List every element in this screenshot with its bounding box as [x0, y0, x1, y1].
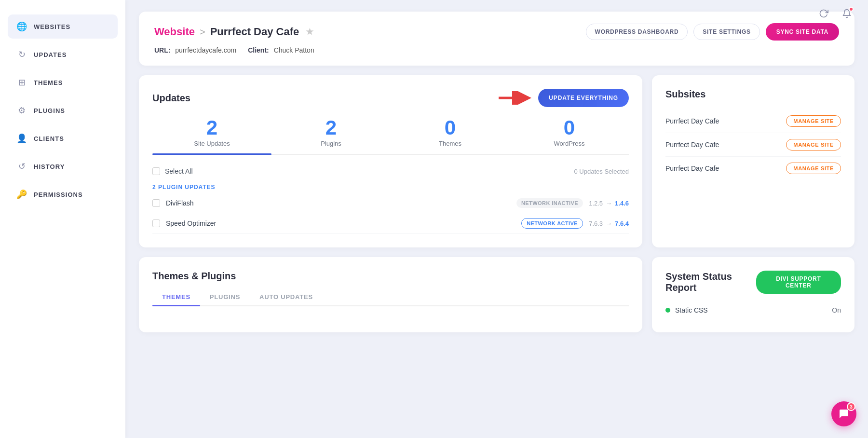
notification-badge [849, 7, 854, 12]
select-all-label: Select All [165, 167, 193, 175]
status-row-static-css: Static CSS On [665, 301, 841, 319]
plugin-section-label: 2 Plugin Updates [152, 180, 629, 193]
diviflash-version-from: 1.2.5 [589, 200, 603, 207]
subsite-name-1: Purrfect Day Cafe [665, 117, 719, 125]
sidebar-item-plugins[interactable]: ⚙ Plugins [8, 98, 118, 123]
stat-wordpress[interactable]: 0 WordPress [510, 117, 629, 154]
sidebar-label-permissions: Permissions [34, 191, 83, 198]
stat-number-themes: 0 [445, 117, 456, 139]
speed-optimizer-version-from: 7.6.3 [589, 220, 603, 227]
select-all-checkbox[interactable] [152, 167, 160, 175]
red-arrow-icon [499, 91, 532, 105]
subsites-title: Subsites [665, 89, 841, 100]
site-settings-button[interactable]: Site Settings [693, 24, 760, 40]
themes-plugins-title: Themes & Plugins [152, 271, 629, 282]
sidebar-item-permissions[interactable]: 🔑 Permissions [8, 182, 118, 206]
chat-button[interactable]: 3 [831, 401, 856, 426]
header-meta: URL: purrfectdaycafe.com Client: Chuck P… [154, 46, 839, 54]
status-dot-icon [665, 308, 670, 313]
client-label: Client: [248, 46, 269, 54]
sidebar-label-themes: Themes [34, 79, 63, 86]
stat-label-themes: Themes [439, 140, 461, 147]
speed-optimizer-checkbox[interactable] [152, 219, 160, 227]
select-all-left: Select All [152, 167, 193, 175]
arrow-container: Update Everything [499, 89, 629, 107]
breadcrumb: Website > Purrfect Day Cafe ★ [154, 26, 313, 38]
stat-label-site-updates: Site Updates [194, 140, 230, 147]
stat-plugins[interactable]: 2 Plugins [271, 117, 391, 154]
breadcrumb-separator: > [200, 27, 205, 38]
subsite-name-3: Purrfect Day Cafe [665, 164, 719, 172]
sidebar-item-updates[interactable]: ↻ Updates [8, 42, 118, 67]
history-icon: ↺ [16, 161, 27, 172]
url-value: purrfectdaycafe.com [175, 46, 236, 54]
subsites-card: Subsites Purrfect Day Cafe MANAGE SITE P… [652, 75, 854, 247]
main-content: Website > Purrfect Day Cafe ★ WordPress … [125, 0, 868, 438]
breadcrumb-website[interactable]: Website [154, 26, 195, 38]
sidebar: 🌐 Websites ↻ Updates ⊞ Themes ⚙ Plugins … [0, 0, 125, 438]
subsite-name-2: Purrfect Day Cafe [665, 141, 719, 149]
system-status-title: System Status Report [665, 271, 756, 293]
stats-row: 2 Site Updates 2 Plugins 0 Themes 0 Word… [152, 117, 629, 155]
chat-badge: 3 [847, 402, 855, 411]
update-everything-button[interactable]: Update Everything [538, 89, 629, 107]
stat-themes[interactable]: 0 Themes [391, 117, 510, 154]
sidebar-item-themes[interactable]: ⊞ Themes [8, 70, 118, 95]
select-all-row: Select All 0 Updates Selected [152, 163, 629, 180]
diviflash-checkbox[interactable] [152, 199, 160, 207]
speed-optimizer-version: 7.6.3 → 7.6.4 [589, 220, 629, 227]
sidebar-item-clients[interactable]: 👤 Clients [8, 126, 118, 151]
themes-plugins-tab-bar: THEMES PLUGINS AUTO UPDATES [152, 289, 629, 306]
content-grid: Updates Update Everything [139, 75, 854, 247]
plugin-row-diviflash: DiviFlash NETWORK INACTIVE 1.2.5 → 1.4.6 [152, 193, 629, 213]
sidebar-label-clients: Clients [34, 135, 64, 142]
client-value: Chuck Patton [274, 46, 314, 54]
header-actions: WordPress Dashboard Site Settings Sync S… [586, 23, 839, 41]
header-card: Website > Purrfect Day Cafe ★ WordPress … [139, 12, 854, 66]
stat-number-wordpress: 0 [564, 117, 575, 139]
sidebar-label-plugins: Plugins [34, 107, 65, 114]
subsite-row-2: Purrfect Day Cafe MANAGE SITE [665, 133, 841, 157]
updates-title: Updates [152, 93, 190, 104]
manage-site-button-3[interactable]: MANAGE SITE [786, 163, 841, 174]
updates-selected-count: 0 Updates Selected [574, 168, 629, 175]
wordpress-dashboard-button[interactable]: WordPress Dashboard [586, 24, 688, 40]
tab-plugins[interactable]: PLUGINS [200, 289, 250, 305]
stat-number-plugins: 2 [326, 117, 337, 139]
divi-support-center-button[interactable]: Divi Support Center [756, 271, 841, 294]
stat-site-updates[interactable]: 2 Site Updates [152, 117, 271, 154]
arrow-right-icon-2: → [606, 220, 612, 227]
updates-header: Updates Update Everything [152, 89, 629, 107]
speed-optimizer-version-to: 7.6.4 [615, 220, 629, 227]
speed-optimizer-badge: NETWORK ACTIVE [521, 218, 583, 229]
breadcrumb-title: Purrfect Day Cafe [210, 26, 299, 38]
refresh-icon: ↻ [16, 49, 27, 60]
sidebar-item-websites[interactable]: 🌐 Websites [8, 14, 118, 39]
themes-icon: ⊞ [16, 77, 27, 88]
bottom-grid: Themes & Plugins THEMES PLUGINS AUTO UPD… [139, 257, 854, 332]
notification-button[interactable] [839, 6, 854, 21]
globe-icon: 🌐 [16, 21, 27, 32]
refresh-topbar-button[interactable] [816, 6, 831, 21]
speed-optimizer-name: Speed Optimizer [166, 219, 515, 227]
permissions-icon: 🔑 [16, 189, 27, 200]
url-label: URL: [154, 46, 170, 54]
status-label-static-css: Static CSS [665, 306, 708, 314]
stat-number-site-updates: 2 [206, 117, 217, 139]
sidebar-label-history: History [34, 163, 65, 170]
diviflash-badge: NETWORK INACTIVE [516, 198, 583, 208]
arrow-right-icon: → [606, 200, 612, 207]
sidebar-item-history[interactable]: ↺ History [8, 154, 118, 178]
star-icon[interactable]: ★ [306, 27, 313, 37]
tab-themes[interactable]: THEMES [152, 289, 200, 305]
subsite-row-3: Purrfect Day Cafe MANAGE SITE [665, 157, 841, 180]
system-status-header: System Status Report Divi Support Center [665, 271, 841, 294]
diviflash-version-to: 1.4.6 [615, 200, 629, 207]
stat-label-wordpress: WordPress [554, 140, 584, 147]
stat-label-plugins: Plugins [321, 140, 341, 147]
diviflash-version: 1.2.5 → 1.4.6 [589, 200, 629, 207]
manage-site-button-2[interactable]: MANAGE SITE [786, 139, 841, 151]
tab-auto-updates[interactable]: AUTO UPDATES [250, 289, 323, 305]
manage-site-button-1[interactable]: MANAGE SITE [786, 115, 841, 127]
themes-plugins-card: Themes & Plugins THEMES PLUGINS AUTO UPD… [139, 257, 642, 332]
